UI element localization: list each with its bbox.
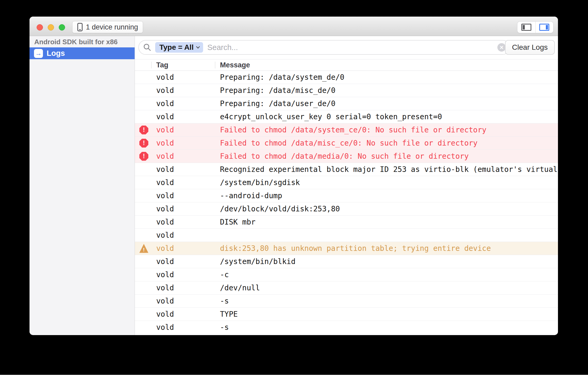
main-area: Android SDK built for x86 → Logs	[30, 36, 558, 335]
log-row[interactable]: vold	[135, 229, 558, 242]
log-tag: vold	[151, 310, 215, 319]
log-row[interactable]: ! vold Failed to chmod /data/media/0: No…	[135, 150, 558, 163]
column-header-message: Message	[215, 59, 558, 71]
log-message: /system/bin/sgdisk	[215, 178, 558, 187]
log-tag: vold	[151, 270, 215, 279]
error-icon: !	[139, 152, 148, 161]
log-message: -s	[215, 323, 558, 332]
log-row[interactable]: vold /system/bin/blkid	[135, 255, 558, 268]
log-tag: vold	[151, 257, 215, 266]
clear-logs-button[interactable]: Clear Logs	[505, 40, 555, 55]
error-icon: !	[139, 139, 148, 148]
sidebar-item-label: Logs	[47, 49, 65, 58]
log-message: disk:253,80 has unknown partition table;…	[215, 244, 558, 253]
log-message: DISK mbr	[215, 218, 558, 226]
warning-icon: !	[139, 244, 148, 253]
log-level-cell: !	[135, 152, 151, 161]
log-level-cell: !	[135, 139, 151, 148]
log-row[interactable]: vold Preparing: /data/user_de/0	[135, 97, 558, 110]
screen-bottom-strip	[0, 375, 588, 378]
log-message: Recognized experimental block major ID 2…	[215, 165, 558, 174]
log-message: /system/bin/blkid	[215, 257, 558, 266]
log-tag: vold	[151, 323, 215, 332]
log-row[interactable]: vold DISK mbr	[135, 216, 558, 229]
log-message: Preparing: /data/user_de/0	[215, 99, 558, 108]
device-name-header: Android SDK built for x86	[30, 38, 135, 47]
log-tag: vold	[151, 126, 215, 134]
log-row[interactable]: ! vold Failed to chmod /data/system_ce/0…	[135, 123, 558, 137]
log-tag: vold	[151, 139, 215, 147]
log-tag: vold	[151, 165, 215, 174]
filter-token[interactable]: Type = All	[155, 42, 203, 53]
device-status-label: 1 device running	[86, 23, 138, 31]
log-tag: vold	[151, 205, 215, 213]
sidebar: Android SDK built for x86 → Logs	[30, 36, 135, 335]
log-tag: vold	[151, 112, 215, 121]
minimize-button[interactable]	[48, 24, 54, 31]
log-row[interactable]: vold e4crypt_unlock_user_key 0 serial=0 …	[135, 110, 558, 123]
search-field[interactable]: Type = All ✕	[138, 40, 510, 55]
log-tag: vold	[151, 231, 215, 240]
close-button[interactable]	[37, 24, 43, 31]
log-level-cell: !	[135, 244, 151, 253]
titlebar: 1 device running	[30, 17, 558, 36]
left-panel-toggle-button[interactable]	[517, 22, 535, 33]
log-message: Failed to chmod /data/media/0: No such f…	[215, 152, 558, 161]
log-tag: vold	[151, 99, 215, 108]
logs-arrow-icon: →	[34, 49, 43, 58]
log-tag: vold	[151, 284, 215, 292]
log-tag: vold	[151, 244, 215, 253]
app-window: 1 device running Android SDK built for x…	[30, 17, 558, 335]
sidebar-item-logs[interactable]: → Logs	[30, 47, 135, 59]
log-message: -c	[215, 270, 558, 279]
log-row[interactable]: vold Preparing: /data/system_de/0	[135, 71, 558, 84]
panel-toggle-group	[517, 22, 553, 33]
log-tag: vold	[151, 191, 215, 200]
log-row[interactable]: ! vold Failed to chmod /data/misc_ce/0: …	[135, 137, 558, 150]
log-row[interactable]: vold /dev/null	[135, 281, 558, 295]
error-icon: !	[139, 126, 148, 135]
clear-logs-label: Clear Logs	[512, 43, 548, 52]
zoom-button[interactable]	[59, 24, 65, 31]
log-row[interactable]: vold Preparing: /data/misc_de/0	[135, 84, 558, 97]
screen: { "titlebar": { "device_button_label": "…	[0, 0, 588, 378]
log-row[interactable]: vold -s	[135, 321, 558, 334]
column-header-tag: Tag	[151, 59, 215, 71]
log-row[interactable]: vold Recognized experimental block major…	[135, 163, 558, 176]
log-message: -s	[215, 297, 558, 305]
log-row[interactable]: vold --android-dump	[135, 189, 558, 202]
clear-search-icon[interactable]: ✕	[497, 43, 506, 52]
right-panel-icon	[539, 24, 549, 31]
filter-token-label: Type = All	[159, 43, 194, 52]
search-icon	[143, 43, 151, 52]
log-message: Preparing: /data/misc_de/0	[215, 86, 558, 95]
phone-icon	[77, 23, 83, 31]
log-message: TYPE	[215, 310, 558, 319]
log-row[interactable]: vold /system/bin/sgdisk	[135, 176, 558, 189]
log-message: /dev/null	[215, 284, 558, 292]
log-message: /dev/block/vold/disk:253,80	[215, 205, 558, 213]
right-panel-toggle-button[interactable]	[535, 22, 553, 33]
log-tag: vold	[151, 297, 215, 305]
chevron-down-icon	[196, 46, 200, 49]
log-row[interactable]: vold /dev/block/vold/disk:253,80	[135, 202, 558, 216]
search-input[interactable]	[207, 43, 494, 52]
log-tag: vold	[151, 218, 215, 226]
log-tag: vold	[151, 152, 215, 161]
log-message: --android-dump	[215, 191, 558, 200]
left-panel-icon	[521, 24, 531, 31]
toolbar: Type = All ✕ Clear Logs	[135, 36, 558, 59]
log-message: e4crypt_unlock_user_key 0 serial=0 token…	[215, 112, 558, 121]
content-pane: Type = All ✕ Clear Logs Tag Message	[135, 36, 558, 335]
log-row[interactable]: vold -c	[135, 268, 558, 281]
log-tag: vold	[151, 178, 215, 187]
column-header-spacer	[135, 59, 151, 71]
log-message: Failed to chmod /data/misc_ce/0: No such…	[215, 139, 558, 147]
log-row[interactable]: vold TYPE	[135, 308, 558, 321]
log-table-header: Tag Message	[135, 59, 558, 71]
log-tag: vold	[151, 86, 215, 95]
log-level-cell: !	[135, 126, 151, 135]
device-status-button[interactable]: 1 device running	[72, 21, 143, 33]
log-row[interactable]: ! vold disk:253,80 has unknown partition…	[135, 242, 558, 255]
log-row[interactable]: vold -s	[135, 295, 558, 308]
